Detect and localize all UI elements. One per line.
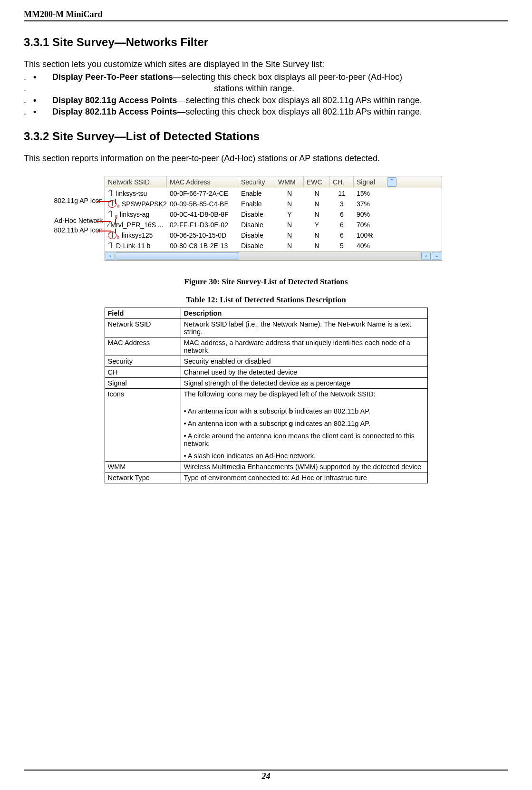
cell-ch: 6 [330,211,354,218]
detected-stations-screenshot: 802.11g AP Icon Ad-Hoc Network 802.11b A… [24,176,508,261]
connected-antenna-icon [108,200,116,208]
cell-signal: 90% [354,211,386,218]
listview-body: linksys-tsu00-0F-66-77-2A-CEEnableNN1115… [105,188,442,251]
cell-security: Disable [238,221,275,229]
list-row[interactable]: gSPSWPAPSK200-09-5B-85-C4-BEEnableNN337% [105,199,442,209]
cell-wmm: N [275,242,304,250]
desc-line: • A circle around the antenna icon means… [184,432,425,447]
cell-field: MAC Address [105,337,181,356]
bullet-mark: • [33,106,52,117]
bullet-3-text: —selecting this check box displays all 8… [177,107,422,116]
callout-g: 802.11g AP Icon [54,197,103,204]
table-row: IconsThe following icons may be displaye… [105,389,427,462]
desc-line: • An antenna icon with a subscript b ind… [184,407,425,415]
bullet-mark: • [33,95,52,106]
th-desc: Description [181,308,427,319]
desc-line: • An antenna icon with a subscript g ind… [184,420,425,427]
ssid-text: Mrvl_PER_16S ... [110,221,163,229]
ssid-text: D-Link-11 b [116,242,150,250]
table-row: Network TypeType of environment connecte… [105,472,427,483]
ssid-text: SPSWPAPSK2 [122,200,167,208]
figure-caption: Figure 30: Site Survey-List of Detected … [24,277,508,287]
section-332-heading: 3.3.2 Site Survey—List of Detected Stati… [24,130,508,143]
callout-adhoc: Ad-Hoc Network [54,217,103,224]
cell-wmm: N [275,200,304,208]
antenna-icon [108,211,115,218]
scroll-thumb[interactable] [116,252,239,260]
table-row: Network SSIDNetwork SSID label (i.e., th… [105,319,427,337]
list-row[interactable]: glinksys-ag00-0C-41-D8-0B-8FDisableYN690… [105,209,442,220]
cell-description: MAC address, a hardware address that uni… [181,337,427,356]
horizontal-scrollbar: ‹ › ⌄ [105,251,442,260]
scroll-down-button[interactable]: ⌄ [432,252,441,260]
col-header-signal[interactable]: Signal [354,176,386,188]
callout-line-icon [97,221,111,222]
section-331-heading: 3.3.1 Site Survey—Networks Filter [24,36,508,49]
col-header-ch[interactable]: CH. [330,176,354,188]
cell-field: Icons [105,389,181,462]
site-survey-listview: Network SSID MAC Address Security WMM EW… [105,176,442,261]
list-row[interactable]: ⁄Mrvl_PER_16S ...02-FF-F1-D3-0E-02Disabl… [105,220,442,230]
cell-wmm: N [275,231,304,239]
cell-ewc: N [304,242,330,250]
bullet-2-label: Display 802.11g Access Points [52,96,177,105]
scroll-up-button[interactable]: ⌃ [387,177,397,187]
cell-ssid: glinksys-ag [105,211,167,218]
cell-mac: 00-80-C8-1B-2E-13 [167,242,238,250]
bullet-mark: • [33,71,52,83]
cell-ssid: gSPSWPAPSK2 [105,200,167,208]
col-header-security[interactable]: Security [238,176,275,188]
cell-field: Signal [105,378,181,389]
cell-mac: 00-0F-66-77-2A-CE [167,190,238,197]
col-header-mac[interactable]: MAC Address [167,176,238,188]
table-row: MAC AddressMAC address, a hardware addre… [105,337,427,356]
cell-ch: 6 [330,231,354,239]
scroll-right-button[interactable]: › [421,252,431,260]
spacer [184,398,425,403]
cell-wmm: N [275,221,304,229]
callout-b-text: 802.11b AP Icon [54,226,103,234]
scroll-left-button[interactable]: ‹ [106,252,115,260]
col-header-ssid[interactable]: Network SSID [105,176,167,188]
cell-field: Network SSID [105,319,181,337]
cell-signal: 40% [354,242,386,250]
list-row[interactable]: linksys-tsu00-0F-66-77-2A-CEEnableNN1115… [105,188,442,199]
cell-description: Signal strength of the detected device a… [181,378,427,389]
bullet-1-cont: stations within range. [33,83,508,94]
cell-field: WMM [105,462,181,472]
ssid-text: linksys125 [122,231,153,239]
cell-ssid: D-Link-11 b [105,242,167,250]
antenna-icon [108,242,115,249]
callout-line-icon [97,231,111,231]
bullet-dot: . [24,83,33,94]
table-row: SecuritySecurity enabled or disabled [105,356,427,367]
cell-ssid: linksys-tsu [105,190,167,197]
antenna-subscript: g [117,203,119,208]
antenna-icon [109,232,116,239]
cell-security: Enable [238,200,275,208]
list-row[interactable]: blinksys12500-06-25-10-15-0DDisableNN610… [105,230,442,241]
bullet-1: Display Peer-To-Peer stations—selecting … [52,71,508,83]
cell-ch: 3 [330,200,354,208]
antenna-subscript: g [115,214,117,219]
col-header-ewc[interactable]: EWC [304,176,330,188]
cell-ewc: N [304,190,330,197]
callout-g-text: 802.11g AP Icon [54,197,103,204]
scroll-track[interactable] [116,252,421,260]
table-row: CHChannel used by the detected device [105,367,427,378]
cell-ewc: N [304,211,330,218]
ssid-text: linksys-ag [120,211,149,218]
callout-adhoc-text: Ad-Hoc Network [54,217,103,224]
col-header-wmm[interactable]: WMM [275,176,304,188]
cell-ch: 6 [330,221,354,229]
cell-description: Network SSID label (i.e., the Network Na… [181,319,427,337]
cell-ewc: N [304,231,330,239]
cell-ewc: N [304,200,330,208]
antenna-subscript: b [117,235,119,240]
cell-ewc: Y [304,221,330,229]
callout-labels: 802.11g AP Icon Ad-Hoc Network 802.11b A… [24,176,105,261]
desc-line: • A slash icon indicates an Ad-Hoc netwo… [184,452,425,460]
list-row[interactable]: D-Link-11 b00-80-C8-1B-2E-13DisableNN540… [105,241,442,251]
listview-header: Network SSID MAC Address Security WMM EW… [105,176,442,188]
cell-signal: 70% [354,221,386,229]
